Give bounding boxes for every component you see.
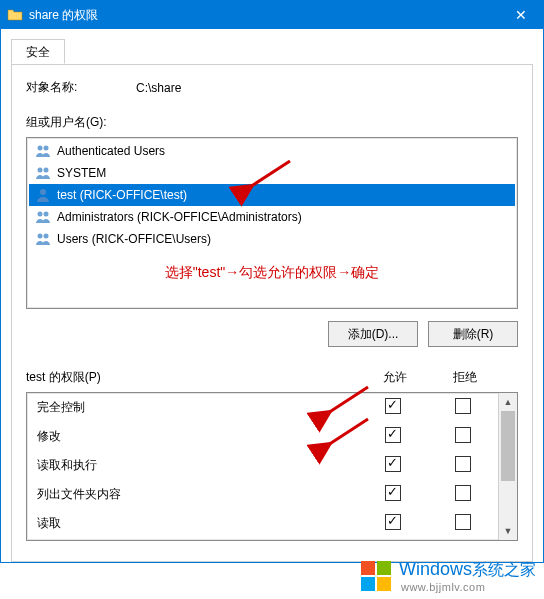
windows-logo-icon [359, 559, 393, 593]
permission-row: 修改 [27, 422, 498, 451]
close-icon: ✕ [515, 7, 527, 23]
object-row: 对象名称: C:\share [26, 79, 518, 96]
list-item[interactable]: test (RICK-OFFICE\test) [29, 184, 515, 206]
permission-name: 修改 [37, 428, 358, 445]
perm-header-label: test 的权限(P) [26, 369, 360, 386]
object-label: 对象名称: [26, 79, 136, 96]
permission-name: 读取 [37, 515, 358, 532]
tab-page: 对象名称: C:\share 组或用户名(G): Authenticated U… [11, 65, 533, 562]
list-item[interactable]: SYSTEM [29, 162, 515, 184]
titlebar: share 的权限 ✕ [1, 1, 543, 29]
list-item[interactable]: Users (RICK-OFFICE\Users) [29, 228, 515, 250]
allow-checkbox[interactable] [385, 485, 401, 501]
permission-row: 读取和执行 [27, 451, 498, 480]
permissions-listbox: 完全控制修改读取和执行列出文件夹内容读取 ▲ ▼ [26, 392, 518, 541]
scroll-track[interactable] [499, 411, 517, 522]
buttons-row: 添加(D)... 删除(R) [26, 321, 518, 347]
perm-col-deny: 拒绝 [430, 369, 500, 386]
deny-checkbox[interactable] [455, 398, 471, 414]
allow-checkbox[interactable] [385, 456, 401, 472]
permission-name: 读取和执行 [37, 457, 358, 474]
deny-checkbox[interactable] [455, 514, 471, 530]
groups-label: 组或用户名(G): [26, 114, 518, 131]
tab-strip: 安全 [11, 39, 533, 65]
window-title: share 的权限 [29, 7, 498, 24]
watermark-text: Windows系统之家 www.bjjmlv.com [399, 559, 536, 593]
permissions-window: share 的权限 ✕ 安全 对象名称: C:\share 组或用户名(G): … [0, 0, 544, 563]
folder-icon [7, 7, 23, 23]
svg-rect-14 [361, 577, 375, 591]
watermark-url: www.bjjmlv.com [401, 581, 536, 593]
perm-col-allow: 允许 [360, 369, 430, 386]
svg-rect-12 [361, 561, 375, 575]
list-item-label: test (RICK-OFFICE\test) [57, 188, 187, 202]
permissions-list: 完全控制修改读取和执行列出文件夹内容读取 [27, 393, 498, 540]
client-area: 安全 对象名称: C:\share 组或用户名(G): Authenticate… [1, 29, 543, 562]
scroll-down-button[interactable]: ▼ [499, 522, 517, 540]
svg-point-3 [44, 168, 49, 173]
svg-point-8 [44, 234, 49, 239]
svg-rect-15 [377, 577, 391, 591]
tab-underline [11, 64, 533, 65]
group-icon [35, 165, 51, 181]
svg-point-2 [38, 168, 43, 173]
svg-point-0 [38, 146, 43, 151]
groups-listbox[interactable]: Authenticated UsersSYSTEMtest (RICK-OFFI… [26, 137, 518, 309]
permission-name: 完全控制 [37, 399, 358, 416]
object-value: C:\share [136, 81, 181, 95]
group-icon [35, 231, 51, 247]
svg-point-7 [38, 234, 43, 239]
perm-header: test 的权限(P) 允许 拒绝 [26, 369, 518, 386]
svg-point-5 [38, 212, 43, 217]
scroll-up-button[interactable]: ▲ [499, 393, 517, 411]
tab-label: 安全 [26, 45, 50, 59]
permission-row: 完全控制 [27, 393, 498, 422]
user-icon [35, 187, 51, 203]
watermark-sub: 系统之家 [472, 561, 536, 578]
list-item-label: Users (RICK-OFFICE\Users) [57, 232, 211, 246]
list-item-label: Authenticated Users [57, 144, 165, 158]
watermark-main: Windows [399, 559, 472, 579]
add-button[interactable]: 添加(D)... [328, 321, 418, 347]
scroll-thumb[interactable] [501, 411, 515, 481]
watermark: Windows系统之家 www.bjjmlv.com [359, 559, 536, 593]
allow-checkbox[interactable] [385, 427, 401, 443]
remove-button[interactable]: 删除(R) [428, 321, 518, 347]
allow-checkbox[interactable] [385, 514, 401, 530]
list-item[interactable]: Administrators (RICK-OFFICE\Administrato… [29, 206, 515, 228]
svg-rect-13 [377, 561, 391, 575]
deny-checkbox[interactable] [455, 456, 471, 472]
list-item-label: Administrators (RICK-OFFICE\Administrato… [57, 210, 302, 224]
close-button[interactable]: ✕ [498, 1, 543, 29]
permission-row: 读取 [27, 509, 498, 538]
svg-point-4 [40, 189, 46, 195]
scrollbar[interactable]: ▲ ▼ [498, 393, 517, 540]
permission-row: 列出文件夹内容 [27, 480, 498, 509]
tab-security[interactable]: 安全 [11, 39, 65, 64]
svg-point-1 [44, 146, 49, 151]
list-item-label: SYSTEM [57, 166, 106, 180]
deny-checkbox[interactable] [455, 427, 471, 443]
permission-name: 列出文件夹内容 [37, 486, 358, 503]
svg-point-6 [44, 212, 49, 217]
instruction-note: 选择"test"→勾选允许的权限→确定 [29, 264, 515, 282]
group-icon [35, 143, 51, 159]
allow-checkbox[interactable] [385, 398, 401, 414]
group-icon [35, 209, 51, 225]
list-item[interactable]: Authenticated Users [29, 140, 515, 162]
deny-checkbox[interactable] [455, 485, 471, 501]
